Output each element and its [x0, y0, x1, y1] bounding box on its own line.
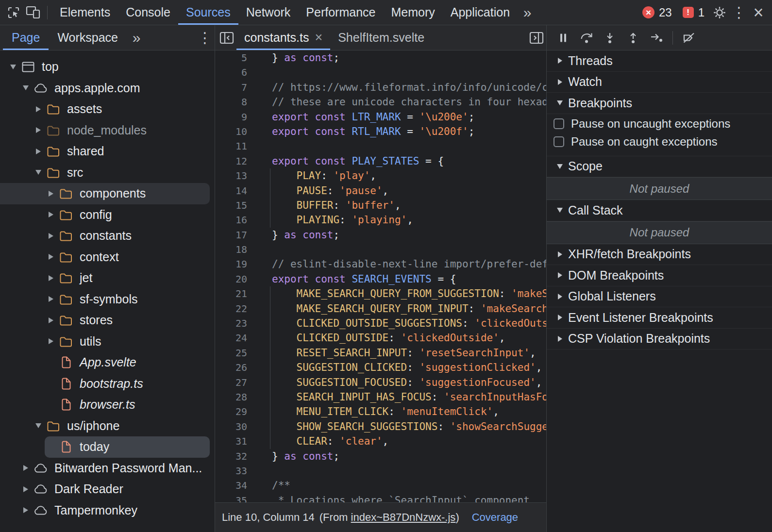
line-number[interactable]: 8: [215, 95, 250, 109]
navigator-menu-button[interactable]: ⋮: [195, 27, 215, 49]
editor-tab-constants-ts[interactable]: constants.ts×: [236, 25, 330, 50]
tree-item-top[interactable]: top: [0, 56, 210, 78]
tree-item-today[interactable]: today: [0, 436, 210, 458]
line-number[interactable]: 22: [215, 301, 250, 316]
navigator-tab-page[interactable]: Page: [3, 25, 49, 50]
tree-item-components[interactable]: components: [0, 183, 210, 204]
code-line-text[interactable]: PLAY: 'play',: [250, 168, 376, 183]
line-number[interactable]: 28: [215, 390, 250, 404]
line-number[interactable]: 17: [215, 228, 250, 242]
line-number[interactable]: 23: [215, 316, 250, 331]
line-number[interactable]: 19: [215, 257, 250, 271]
tree-item-us-iphone[interactable]: us/iphone: [0, 416, 210, 437]
step-button[interactable]: [645, 27, 668, 49]
tree-item-app-svelte[interactable]: App.svelte: [0, 352, 210, 373]
line-number[interactable]: 27: [215, 375, 250, 390]
section-xhr-fetch-breakpoints[interactable]: XHR/fetch Breakpoints: [547, 244, 772, 266]
tree-item-assets[interactable]: assets: [0, 99, 210, 120]
line-number[interactable]: 10: [215, 124, 250, 139]
tree-item-src[interactable]: src: [0, 162, 210, 183]
code-line-text[interactable]: MAKE_SEARCH_QUERY_FROM_INPUT: 'makeSearc…: [250, 301, 546, 316]
section-scope[interactable]: Scope: [547, 156, 772, 178]
line-number[interactable]: 34: [215, 478, 250, 493]
tab-sources[interactable]: Sources: [178, 0, 238, 25]
code-line-text[interactable]: [250, 242, 272, 257]
deactivate-breakpoints-button[interactable]: [677, 27, 701, 49]
section-breakpoints[interactable]: Breakpoints: [547, 93, 772, 114]
code-line-text[interactable]: MAKE_SEARCH_QUERY_FROM_SUGGESTION: 'make…: [250, 286, 546, 301]
error-badge[interactable]: × 23: [642, 6, 672, 19]
step-into-button[interactable]: [598, 27, 621, 49]
code-line-text[interactable]: [250, 464, 272, 478]
step-out-button[interactable]: [621, 27, 645, 49]
navigator-tab-workspace[interactable]: Workspace: [49, 25, 127, 50]
code-line-text[interactable]: BUFFER: 'buffer',: [250, 198, 401, 213]
line-number[interactable]: 6: [215, 65, 250, 80]
line-number[interactable]: 35: [215, 493, 250, 502]
checkbox-pause-on-uncaught-exceptions[interactable]: Pause on uncaught exceptions: [547, 115, 772, 133]
tree-item-constants[interactable]: constants: [0, 225, 210, 247]
code-line-text[interactable]: CLICKED_OUTSIDE_SUGGESTIONS: 'clickedOut…: [250, 316, 546, 331]
code-line-text[interactable]: export const RTL_MARK = '\u200f';: [250, 124, 474, 139]
tab-network[interactable]: Network: [238, 0, 299, 25]
section-call-stack[interactable]: Call Stack: [547, 200, 772, 221]
line-number[interactable]: 32: [215, 449, 250, 464]
close-tab-icon[interactable]: ×: [315, 31, 322, 44]
tree-item-browser-ts[interactable]: browser.ts: [0, 394, 210, 416]
toggle-navigator-button[interactable]: [217, 27, 236, 49]
code-line-text[interactable]: CLEAR: 'clear',: [250, 434, 388, 449]
code-line-text[interactable]: } as const;: [250, 449, 339, 464]
section-watch[interactable]: Watch: [547, 72, 772, 93]
tree-item-utils[interactable]: utils: [0, 331, 210, 352]
code-line-text[interactable]: PAUSE: 'pause',: [250, 183, 388, 198]
section-event-listener-breakpoints[interactable]: Event Listener Breakpoints: [547, 307, 772, 329]
line-number[interactable]: 24: [215, 331, 250, 345]
checkbox-pause-on-caught-exceptions[interactable]: Pause on caught exceptions: [547, 133, 772, 151]
tab-application[interactable]: Application: [443, 0, 518, 25]
line-number[interactable]: 30: [215, 419, 250, 434]
section-threads[interactable]: Threads: [547, 50, 772, 72]
code-line-text[interactable]: SEARCH_INPUT_HAS_FOCUS: 'searchInputHasF…: [250, 390, 546, 404]
code-line-text[interactable]: PLAYING: 'playing',: [250, 213, 413, 227]
code-line-text[interactable]: export const SEARCH_EVENTS = {: [250, 272, 456, 286]
line-number[interactable]: 7: [215, 80, 250, 95]
line-number[interactable]: 29: [215, 404, 250, 419]
code-line-text[interactable]: } as const;: [250, 228, 339, 242]
tab-performance[interactable]: Performance: [298, 0, 383, 25]
line-number[interactable]: 13: [215, 168, 250, 183]
code-line-text[interactable]: // these are unicode characters in four …: [250, 95, 546, 109]
tree-item-sf-symbols[interactable]: sf-symbols: [0, 289, 210, 310]
line-number[interactable]: 18: [215, 242, 250, 257]
more-panels-button[interactable]: »: [127, 27, 146, 49]
settings-button[interactable]: [710, 2, 729, 23]
code-line-text[interactable]: MENU_ITEM_CLICK: 'menuItemClick',: [250, 404, 499, 419]
tree-item-config[interactable]: config: [0, 204, 210, 226]
code-line-text[interactable]: export const LTR_MARK = '\u200e';: [250, 110, 474, 124]
line-number[interactable]: 9: [215, 110, 250, 124]
coverage-link[interactable]: Coverage: [472, 511, 518, 524]
pause-button[interactable]: [552, 27, 575, 49]
section-global-listeners[interactable]: Global Listeners: [547, 286, 772, 308]
tree-item-tampermonkey[interactable]: Tampermonkey: [0, 500, 210, 521]
code-line-text[interactable]: } as const;: [250, 50, 339, 65]
line-number[interactable]: 11: [215, 139, 250, 153]
line-number[interactable]: 15: [215, 198, 250, 213]
tree-item-shared[interactable]: shared: [0, 141, 210, 162]
code-line-text[interactable]: export const PLAY_STATES = {: [250, 154, 444, 168]
tree-item-context[interactable]: context: [0, 247, 210, 268]
editor-tab-shelfitem-svelte[interactable]: ShelfItem.svelte: [330, 25, 432, 50]
tree-item-jet[interactable]: jet: [0, 267, 210, 289]
tab-elements[interactable]: Elements: [52, 0, 118, 25]
source-file-link[interactable]: index~B87DnNzwx-.js: [351, 511, 456, 523]
section-csp-violation-breakpoints[interactable]: CSP Violation Breakpoints: [547, 329, 772, 350]
tree-item-bitwarden-password-man[interactable]: Bitwarden Password Man...: [0, 458, 210, 479]
code-editor[interactable]: 5} as const;67// https://www.fileformat.…: [215, 50, 546, 502]
line-number[interactable]: 21: [215, 286, 250, 301]
tree-item-node-modules[interactable]: node_modules: [0, 120, 210, 141]
line-number[interactable]: 26: [215, 360, 250, 375]
line-number[interactable]: 33: [215, 464, 250, 478]
close-button[interactable]: ×: [749, 2, 768, 23]
code-line-text[interactable]: RESET_SEARCH_INPUT: 'resetSearchInput',: [250, 346, 536, 360]
code-line-text[interactable]: /**: [250, 478, 290, 493]
code-line-text[interactable]: SUGGESTION_CLICKED: 'suggestionClicked',: [250, 360, 542, 375]
